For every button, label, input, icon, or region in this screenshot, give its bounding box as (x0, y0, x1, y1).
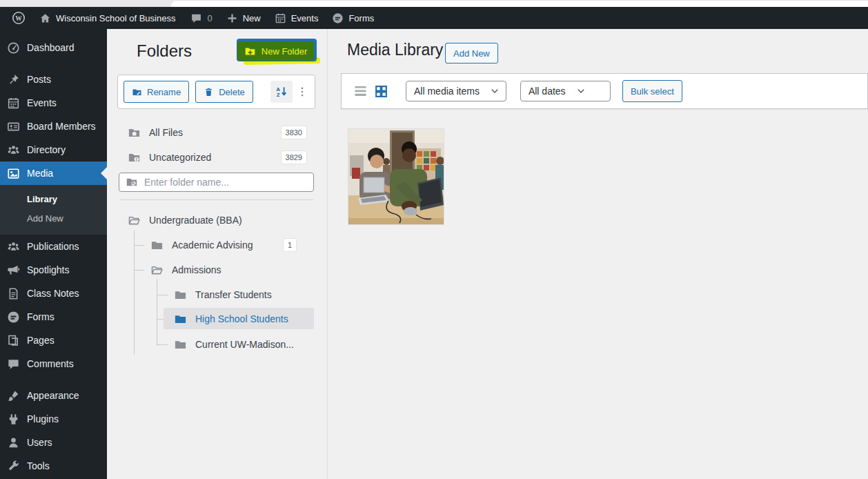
admin-sidebar-menu: Dashboard Posts Events Board Members Dir… (0, 29, 107, 479)
folder-search-input[interactable] (144, 177, 313, 188)
sidebar-item-board-members[interactable]: Board Members (0, 115, 107, 138)
folder-count-badge: 1 (284, 239, 296, 251)
forms-shortcut[interactable]: Forms (325, 7, 381, 29)
sidebar-item-appearance[interactable]: Appearance (0, 384, 107, 407)
sidebar-item-publications[interactable]: Publications (0, 235, 107, 258)
sidebar-item-label: Media (27, 168, 53, 179)
sidebar-item-plugins[interactable]: Plugins (0, 407, 107, 431)
wrench-icon (7, 460, 20, 473)
sidebar-item-directory[interactable]: Directory (0, 138, 107, 162)
folder-label: Academic Advising (172, 240, 253, 251)
sidebar-item-users[interactable]: Users (0, 431, 107, 454)
submenu-item-add-new[interactable]: Add New (0, 208, 107, 228)
uncategorized-row[interactable]: Uncategorized 3829 (117, 148, 317, 166)
grid-view-icon[interactable] (374, 84, 388, 99)
comment-icon (190, 12, 202, 24)
sidebar-item-spotlights[interactable]: Spotlights (0, 258, 107, 282)
panel-divider (119, 199, 313, 200)
rename-label: Rename (147, 87, 181, 97)
sidebar-item-class-notes[interactable]: Class Notes (0, 282, 107, 305)
folder-row-undergraduate-bba[interactable]: Undergraduate (BBA) (107, 211, 317, 230)
folder-row-current-uw-madison[interactable]: Current UW-Madison... (107, 335, 317, 354)
media-icon (7, 167, 20, 180)
sidebar-item-label: Events (27, 97, 57, 108)
browser-tab-edge (171, 0, 868, 7)
sidebar-item-label: Comments (27, 358, 74, 369)
date-filter-select[interactable]: All dates (520, 81, 611, 101)
media-submenu: Library Add New (0, 185, 107, 235)
media-item-thumbnail[interactable] (348, 129, 444, 224)
sidebar-item-events[interactable]: Events (0, 91, 107, 115)
sidebar-item-comments[interactable]: Comments (0, 352, 107, 375)
sidebar-item-label: Tools (27, 460, 50, 471)
folder-open-icon (128, 214, 141, 227)
new-folder-label: New Folder (262, 46, 307, 57)
folder-icon (174, 313, 187, 326)
folder-options-button[interactable] (295, 81, 309, 103)
sort-folders-button[interactable]: AZ (270, 81, 293, 103)
sidebar-item-label: Publications (27, 241, 79, 252)
site-name-label: Wisconsin School of Business (56, 13, 175, 23)
chevron-down-icon (489, 86, 500, 97)
brush-icon (7, 389, 20, 402)
folder-row-high-school-students[interactable]: High School Students (107, 309, 317, 329)
add-new-media-button[interactable]: Add New (445, 43, 498, 63)
folder-pen-icon (132, 87, 142, 97)
sidebar-item-label: Board Members (27, 121, 96, 132)
folder-label: High School Students (195, 313, 288, 324)
media-type-filter-select[interactable]: All media items (406, 81, 506, 101)
new-folder-button[interactable]: New Folder (237, 39, 317, 61)
rename-folder-button[interactable]: Rename (124, 81, 189, 103)
uncategorized-label: Uncategorized (149, 152, 211, 163)
gravityforms-icon (332, 12, 344, 24)
pin-icon (7, 73, 20, 86)
folder-icon (174, 289, 187, 302)
pages-icon (7, 334, 20, 347)
folder-search-box (119, 173, 314, 192)
groups-icon (7, 240, 20, 253)
events-shortcut[interactable]: Events (268, 7, 326, 29)
date-filter-value: All dates (529, 86, 566, 97)
list-view-icon[interactable] (353, 84, 368, 99)
sidebar-item-pages[interactable]: Pages (0, 329, 107, 352)
sidebar-item-posts[interactable]: Posts (0, 68, 107, 91)
submenu-item-library[interactable]: Library (0, 189, 107, 208)
page-title: Media Library (347, 41, 443, 59)
new-content-menu[interactable]: New (219, 7, 268, 29)
delete-folder-button[interactable]: Delete (195, 81, 253, 103)
folder-row-transfer-students[interactable]: Transfer Students (107, 285, 317, 304)
bulk-select-button[interactable]: Bulk select (622, 80, 682, 102)
calendar-icon (7, 97, 20, 110)
folder-row-academic-advising[interactable]: Academic Advising 1 (107, 235, 317, 255)
sidebar-item-tools[interactable]: Tools (0, 454, 107, 478)
media-library-section: Media Library Add New All media items Al… (328, 29, 868, 479)
sidebar-item-dashboard[interactable]: Dashboard (0, 36, 107, 59)
folder-label: Current UW-Madison... (195, 339, 294, 350)
folders-panel-title: Folders (137, 41, 192, 61)
media-type-filter-value: All media items (414, 86, 480, 97)
folder-label: Transfer Students (195, 289, 272, 300)
bulk-select-label: Bulk select (631, 86, 674, 97)
new-label: New (243, 13, 261, 23)
all-files-count-badge: 3830 (282, 126, 306, 139)
folder-plus-icon (244, 46, 256, 57)
sidebar-item-forms[interactable]: Forms (0, 305, 107, 329)
comment-icon (7, 358, 20, 371)
home-icon (39, 12, 51, 24)
wordpress-logo-menu[interactable]: W (5, 7, 32, 29)
all-files-row[interactable]: All Files 3830 (117, 124, 317, 141)
folder-open-icon (150, 264, 164, 277)
comment-count: 0 (207, 13, 212, 23)
comments-shortcut[interactable]: 0 (184, 7, 219, 29)
new-folder-button-face: New Folder (237, 41, 314, 61)
folder-row-admissions[interactable]: Admissions (107, 260, 317, 280)
sidebar-item-label: Plugins (27, 413, 59, 424)
delete-label: Delete (219, 87, 245, 97)
submenu-item-label: Add New (27, 213, 63, 224)
folder-alert-icon (128, 151, 141, 164)
submenu-item-label: Library (27, 194, 57, 204)
site-name-link[interactable]: Wisconsin School of Business (32, 7, 182, 29)
id-card-icon (7, 120, 20, 133)
sidebar-item-media[interactable]: Media (0, 162, 107, 185)
calendar-icon (275, 12, 286, 24)
